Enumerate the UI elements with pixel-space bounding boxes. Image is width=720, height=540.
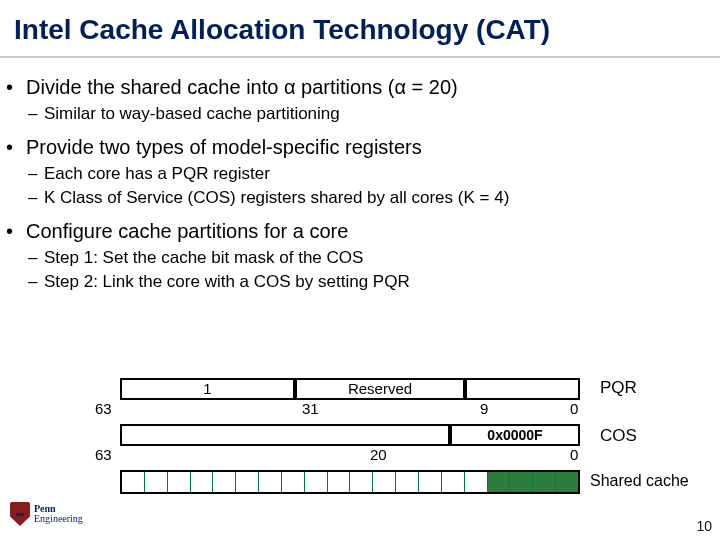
pqr-right-field [465,378,580,400]
cos-bit-63: 63 [95,446,112,463]
cos-bit-0: 0 [570,446,578,463]
logo-text: Penn Engineering [34,504,83,525]
bullet-2: Provide two types of model-specific regi… [6,134,700,161]
cos-mask-value: 0x0000F [452,426,578,444]
pqr-bit-31: 31 [302,400,319,417]
cos-bit-20: 20 [370,446,387,463]
pqr-reserved-field: Reserved [295,378,465,400]
shared-cache-label: Shared cache [590,472,689,490]
bullet-3: Configure cache partitions for a core [6,218,700,245]
pqr-label: PQR [600,378,637,398]
logo-line2: Engineering [34,514,83,525]
slide-title: Intel Cache Allocation Technology (CAT) [0,0,720,58]
cos-left-field [120,424,450,446]
shared-cache [120,470,580,494]
bullet-3-1: Step 1: Set the cache bit mask of the CO… [28,247,700,270]
bullet-1-1: Similar to way-based cache partitioning [28,103,700,126]
penn-logo: Penn Engineering [10,502,83,526]
pqr-bit-0: 0 [570,400,578,417]
register-diagram: 1 Reserved 63 31 9 0 PQR 0x0000F 63 20 0… [0,378,720,518]
pqr-bit-9: 9 [480,400,488,417]
slide-body: Divide the shared cache into α partition… [6,58,720,294]
pqr-cos-field: 1 [120,378,295,400]
pqr-bit-63: 63 [95,400,112,417]
pqr-reserved-label: Reserved [297,380,463,398]
bullet-1: Divide the shared cache into α partition… [6,74,700,101]
cos-label: COS [600,426,637,446]
bullet-2-2: K Class of Service (COS) registers share… [28,187,700,210]
bullet-3-2: Step 2: Link the core with a COS by sett… [28,271,700,294]
page-number: 10 [696,518,712,534]
pqr-cos-value: 1 [122,380,293,398]
cos-mask-field: 0x0000F [450,424,580,446]
bullet-2-1: Each core has a PQR register [28,163,700,186]
shield-icon [10,502,30,526]
